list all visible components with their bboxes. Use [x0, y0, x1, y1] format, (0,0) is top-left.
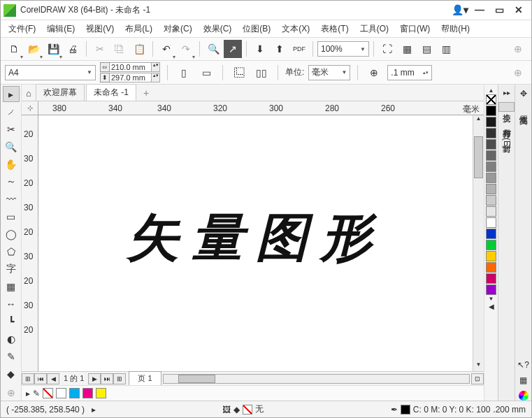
crop-tool[interactable]: ✂	[3, 121, 20, 137]
freehand-tool[interactable]: ～	[3, 173, 20, 189]
horizontal-scrollbar[interactable]	[163, 374, 470, 384]
user-icon[interactable]: 👤▾	[450, 3, 470, 17]
palette-arrow-icon[interactable]: ▸	[26, 389, 30, 398]
menu-object[interactable]: 对象(C)	[159, 22, 197, 36]
eyedropper-icon[interactable]: ✎	[33, 389, 40, 398]
page-last-button[interactable]: ⏭	[101, 373, 113, 384]
menu-bitmaps[interactable]: 位图(B)	[238, 22, 275, 36]
pick-tool[interactable]: ▸	[3, 86, 20, 102]
search-button[interactable]: 🔍	[204, 40, 222, 58]
docker-menu-icon[interactable]: ▸▸	[503, 89, 510, 96]
table-tool[interactable]: ▦	[3, 278, 20, 294]
horizontal-ruler[interactable]: 380 340 340 320 300 280 260 毫米	[38, 101, 484, 115]
cut-button[interactable]: ✂	[91, 40, 109, 58]
color-swatch[interactable]	[486, 251, 496, 261]
interactive-tool[interactable]: ◐	[3, 331, 20, 347]
import-button[interactable]: ⬇	[251, 40, 269, 58]
menu-text[interactable]: 文本(X)	[277, 22, 315, 36]
color-swatch[interactable]	[486, 106, 496, 116]
docker-text-props[interactable]: 文本属性	[515, 104, 531, 114]
artistic-media-tool[interactable]: 〰	[3, 191, 20, 207]
color-swatch[interactable]	[486, 139, 496, 150]
outline-color-swatch[interactable]	[401, 405, 410, 415]
add-tool-button[interactable]: ⊕	[509, 40, 527, 58]
no-fill-status[interactable]	[243, 405, 252, 415]
page-add-button[interactable]: ⊞	[22, 373, 34, 384]
connector-tool[interactable]: ┗	[3, 313, 20, 329]
no-fill-swatch[interactable]	[43, 388, 53, 398]
home-icon[interactable]: ⌂	[22, 86, 36, 101]
shape-tool[interactable]: ⟋	[3, 103, 20, 120]
add-prop-button[interactable]: ⊕	[509, 64, 527, 82]
eyedropper-tool[interactable]: ✎	[3, 348, 20, 364]
menu-file[interactable]: 文件(F)	[3, 22, 41, 36]
rectangle-tool[interactable]: ▭	[3, 208, 20, 224]
fullscreen-button[interactable]: ⛶	[378, 40, 396, 58]
color-swatch[interactable]	[486, 229, 496, 239]
drawing-canvas[interactable]: 矢量图形	[38, 115, 473, 371]
settings-icon[interactable]: ✥	[520, 89, 527, 99]
ruler-origin[interactable]: ⊹	[22, 101, 38, 115]
menu-window[interactable]: 窗口(W)	[395, 22, 435, 36]
color-swatch[interactable]	[486, 262, 496, 273]
docker-transform[interactable]: 变换	[498, 102, 515, 112]
hint-grid-icon[interactable]: ▦	[519, 375, 527, 385]
print-button[interactable]: 🖨	[64, 40, 82, 58]
artwork-text[interactable]: 矢量图形	[127, 203, 384, 273]
menu-effects[interactable]: 效果(C)	[199, 22, 237, 36]
color-swatch[interactable]	[486, 240, 496, 250]
hint-arrow-icon[interactable]: ↖?	[517, 360, 529, 370]
palette-up-icon[interactable]: ▲	[489, 87, 494, 94]
no-color-swatch[interactable]	[486, 94, 496, 105]
launch-button[interactable]: ↗	[224, 40, 242, 58]
color-swatch[interactable]	[486, 150, 496, 161]
menu-layout[interactable]: 布局(L)	[120, 22, 157, 36]
page-width-input[interactable]	[110, 62, 152, 72]
view-nav-button[interactable]: ⊡	[471, 373, 484, 384]
color-swatch[interactable]	[486, 206, 496, 217]
page-tab[interactable]: 页 1	[129, 371, 161, 386]
color-swatch[interactable]	[486, 128, 496, 138]
portrait-button[interactable]: ▯	[175, 64, 193, 82]
publish-pdf-button[interactable]: PDF	[290, 40, 308, 58]
page-next-button[interactable]: ▶	[88, 373, 101, 384]
nudge-input[interactable]: .1 mm▴▾	[387, 65, 432, 80]
paste-button[interactable]: 📋	[130, 40, 148, 58]
all-pages-button[interactable]: ⿺	[230, 64, 248, 82]
text-tool[interactable]: 字	[3, 261, 20, 277]
current-page-button[interactable]: ▯▯	[252, 64, 271, 82]
guides-button[interactable]: ▥	[437, 40, 455, 58]
grid-button[interactable]: ▤	[417, 40, 436, 58]
status-arrow-icon[interactable]: ▸	[92, 405, 96, 415]
tab-welcome[interactable]: 欢迎屏幕	[36, 84, 85, 101]
color-swatch[interactable]	[486, 195, 496, 206]
outline-pen-icon[interactable]: ✒	[391, 405, 398, 415]
menu-help[interactable]: 帮助(H)	[436, 22, 475, 36]
color-swatch[interactable]	[486, 217, 496, 228]
palette-expand-icon[interactable]: ◀	[489, 303, 494, 310]
copy-button[interactable]: ⿻	[110, 40, 129, 58]
pan-tool[interactable]: ✋	[3, 156, 20, 172]
doc-swatch[interactable]	[56, 388, 66, 398]
fill-icon[interactable]: ◆	[233, 405, 240, 415]
page-add2-button[interactable]: ⊞	[113, 373, 126, 384]
paper-size-combo[interactable]: A4▼	[5, 65, 96, 80]
toolbox-add-button[interactable]: ⊕	[3, 384, 20, 401]
color-swatch[interactable]	[486, 273, 496, 284]
color-swatch[interactable]	[486, 284, 496, 295]
docker-align[interactable]: 对齐与分布	[498, 117, 515, 127]
zoom-tool[interactable]: 🔍	[3, 138, 20, 154]
menu-table[interactable]: 表格(T)	[316, 22, 353, 36]
redo-button[interactable]: ↷	[177, 40, 195, 58]
page-first-button[interactable]: ⏮	[34, 373, 47, 384]
docker-envelope[interactable]: 封套(E)	[498, 133, 515, 154]
page-prev-button[interactable]: ◀	[47, 373, 59, 384]
close-button[interactable]: ✕	[509, 3, 529, 17]
dimension-tool[interactable]: ↔	[3, 296, 20, 312]
maximize-button[interactable]: ▭	[489, 3, 509, 17]
color-swatch[interactable]	[486, 117, 496, 127]
tab-document[interactable]: 未命名 -1	[86, 84, 136, 101]
vertical-ruler[interactable]: 20 30 20 30 20 30 20 30 20	[22, 115, 38, 371]
palette-down-icon[interactable]: ▼	[489, 296, 494, 302]
zoom-combo[interactable]: 100%▼	[317, 41, 369, 57]
